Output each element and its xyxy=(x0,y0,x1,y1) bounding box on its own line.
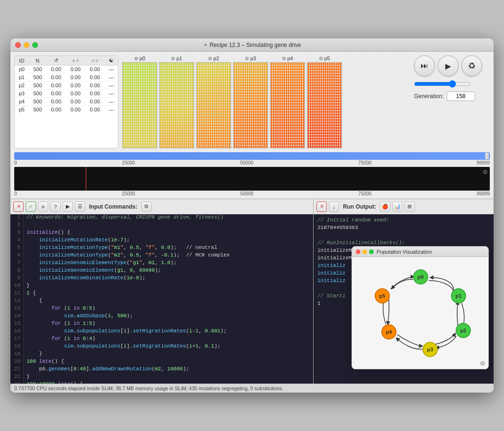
graph-node-p4[interactable]: p4 xyxy=(381,324,396,339)
line-number: 2 xyxy=(10,222,24,229)
input-settings-button[interactable]: ⚙ xyxy=(141,202,152,212)
table-cell: 0.00 xyxy=(66,73,85,82)
chromosome-labels: 0 25000 50000 75000 99999 xyxy=(14,191,490,197)
line-content: } xyxy=(24,374,33,381)
line-content: } xyxy=(24,283,33,290)
table-cell: 500 xyxy=(29,106,46,114)
pop-viz-settings-icon[interactable]: ⚙ xyxy=(480,360,486,367)
speed-slider[interactable] xyxy=(414,80,471,88)
timeline-end: 99999 xyxy=(477,160,490,165)
output-line: // Initial random seed: xyxy=(317,217,490,225)
line-content: initialize() { xyxy=(24,229,73,237)
pop-grid-p4[interactable]: ⚙p4 xyxy=(270,55,305,148)
line-number: 1 xyxy=(10,214,24,222)
graph-node-p3[interactable]: p3 xyxy=(423,342,438,357)
code-line: 22} xyxy=(10,374,313,381)
output-toolbar: ✕ ↓ Run Output: 🍎 📊 ⊞ xyxy=(314,199,494,214)
line-content: sim.addSubpop(i, 500); xyxy=(24,313,136,321)
input-filter-button[interactable]: ≡ xyxy=(38,202,48,212)
code-line: 7 initializeGenomicElementType("g1", m1,… xyxy=(10,260,313,267)
line-content: // Keywords: migration, dispersal, CRISP… xyxy=(24,214,226,222)
line-number: 20 xyxy=(10,358,24,366)
table-cell: 500 xyxy=(29,90,46,98)
skip-to-end-button[interactable]: ⏭ xyxy=(414,55,435,76)
code-line: 14 sim.addSubpop(i, 500); xyxy=(10,313,313,321)
table-row[interactable]: p45000.000.000.00— xyxy=(15,98,118,106)
chromosome-settings-icon[interactable]: ⚙ xyxy=(483,169,488,175)
output-apple-button[interactable]: 🍎 xyxy=(380,202,390,212)
output-chart-button[interactable]: 📊 xyxy=(392,202,403,212)
play-button[interactable]: ▶ xyxy=(438,55,459,76)
code-line: 21 p0.genomes[0:49].addNewDrawnMutation(… xyxy=(10,366,313,374)
graph-node-p5[interactable]: p5 xyxy=(375,288,390,303)
graph-node-p0[interactable]: p0 xyxy=(413,269,428,284)
pop-grid-p1[interactable]: ⚙p1 xyxy=(159,55,194,148)
table-row[interactable]: p05000.000.000.00— xyxy=(15,65,118,73)
output-download-button[interactable]: ↓ xyxy=(329,202,339,212)
pop-grid-p5[interactable]: ⚙p5 xyxy=(307,55,342,148)
line-content: initializeGenomicElementType("g1", m1, 1… xyxy=(24,260,180,267)
fullscreen-button[interactable] xyxy=(32,42,38,48)
table-row[interactable]: p25000.000.000.00— xyxy=(15,82,118,90)
code-line: 13 for (i in 0:5) xyxy=(10,305,313,313)
playback-controls: ⏭ ▶ ♻ xyxy=(414,55,490,76)
line-number: 9 xyxy=(10,275,24,283)
code-line: 4 initializeMutationRate(1e-7); xyxy=(10,237,313,245)
pop-viz-close[interactable] xyxy=(356,249,360,254)
table-cell: p4 xyxy=(15,98,29,106)
table-cell: 0.00 xyxy=(66,98,85,106)
timeline-section: ⊞ 0 25000 50000 75000 99999 xyxy=(10,152,494,166)
output-copy-button[interactable]: ⊞ xyxy=(405,202,415,212)
generation-input[interactable]: 158 xyxy=(447,92,475,101)
pop-grid-canvas-p4 xyxy=(270,62,305,148)
table-cell: 0.00 xyxy=(46,82,66,90)
main-window: ✦ Recipe 12.3 – Simulating gene drive ID… xyxy=(10,38,494,393)
input-commands-label: Input Commands: xyxy=(89,203,137,210)
graph-node-p1[interactable]: p1 xyxy=(451,288,466,303)
table-cell: 0.00 xyxy=(66,90,85,98)
input-list-button[interactable]: ☰ xyxy=(75,202,85,212)
status-bar: 0.737700 CPU seconds elapsed inside SLiM… xyxy=(10,384,494,393)
code-line: 20100 late() { xyxy=(10,358,313,366)
pop-viz-traffic-lights xyxy=(356,249,374,254)
table-cell: 0.00 xyxy=(46,106,66,114)
table-cell: 0.00 xyxy=(46,98,66,106)
timeline-bar[interactable] xyxy=(14,152,490,160)
table-cell: 0.00 xyxy=(85,98,105,106)
pop-grid-p3[interactable]: ⚙p3 xyxy=(233,55,268,148)
timeline-start: 0 xyxy=(14,160,17,165)
minimize-button[interactable] xyxy=(24,42,29,48)
graph-node-p2[interactable]: p2 xyxy=(456,323,471,338)
table-cell: 0.00 xyxy=(85,73,105,82)
table-cell: 0.00 xyxy=(85,106,105,114)
table-cell: p1 xyxy=(15,73,29,82)
input-help-button[interactable]: ? xyxy=(50,202,61,212)
pop-viz-fullscreen[interactable] xyxy=(369,249,374,254)
code-line: 12 { xyxy=(10,298,313,305)
pop-grid-p0[interactable]: ⚙p0 xyxy=(122,55,157,148)
input-stop-button[interactable]: ✕ xyxy=(13,202,24,212)
code-line: 111 { xyxy=(10,290,313,298)
code-line: 18 sim.subpopulations[i].setMigrationRat… xyxy=(10,343,313,351)
line-number: 21 xyxy=(10,366,24,374)
line-number: 17 xyxy=(10,336,24,343)
input-run-button[interactable]: ✓ xyxy=(26,202,36,212)
line-content: sim.subpopulations[i].setMigrationRates(… xyxy=(24,343,223,351)
table-row[interactable]: p55000.000.000.00— xyxy=(15,106,118,114)
pop-viz-minimize[interactable] xyxy=(362,249,367,254)
input-execute-button[interactable]: ▶ xyxy=(63,202,73,212)
close-button[interactable] xyxy=(15,42,21,48)
window-title: ✦ Recipe 12.3 – Simulating gene drive xyxy=(203,42,301,48)
pop-grid-p2[interactable]: ⚙p2 xyxy=(196,55,231,148)
code-editor[interactable]: 1// Keywords: migration, dispersal, CRIS… xyxy=(10,214,313,384)
table-row[interactable]: p15000.000.000.00— xyxy=(15,73,118,82)
table-cell: 0.00 xyxy=(46,90,66,98)
gear-icon: ⚙ xyxy=(171,56,175,61)
code-line: 9 initializeRecombinationRate(1e-8); xyxy=(10,275,313,283)
output-stop-button[interactable]: ✕ xyxy=(316,202,327,212)
gear-icon: ⚙ xyxy=(245,56,249,61)
recycle-button[interactable]: ♻ xyxy=(461,55,482,76)
table-row[interactable]: p35000.000.000.00— xyxy=(15,90,118,98)
table-cell: — xyxy=(105,98,118,106)
line-content: initializeMutationType("m1", 0.5, "f", 0… xyxy=(24,245,220,252)
